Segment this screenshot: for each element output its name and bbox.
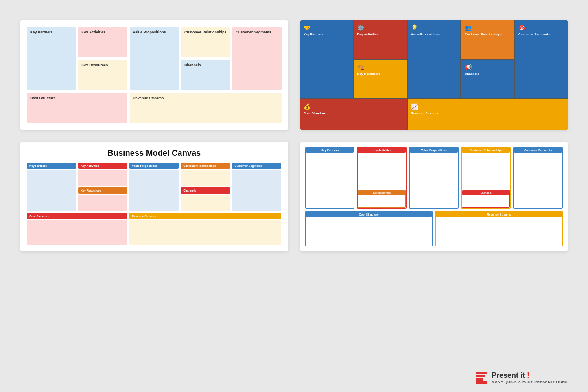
s1-value-props: Value Propositions	[130, 27, 179, 90]
kr-icon: 🏗️	[357, 64, 364, 70]
s2-key-activities: ⚙️ Key Activities	[354, 20, 407, 59]
vp-icon: 💡	[411, 24, 418, 31]
s1-cust-rel: Customer Relationships	[181, 27, 230, 57]
s3-kp: Key Partners	[27, 163, 76, 211]
slide-1: Key Partners Key Activities Value Propos…	[20, 20, 288, 130]
s2-revenue-streams: 📈 Revenue Streams	[408, 99, 568, 130]
s1-channels: Channels	[181, 60, 230, 90]
s4-full: Key Partners Key Activities Key Resource…	[305, 147, 563, 246]
s1-key-activities: Key Activities	[78, 27, 127, 57]
bmc-grid-1: Key Partners Key Activities Value Propos…	[27, 27, 282, 123]
logo-tagline: Make QuICK & eaSY pRESENTATIONS	[492, 380, 568, 384]
s4-vp: Value Propositions	[409, 147, 459, 209]
s2-key-partners: 🤝 Key Partners	[300, 20, 353, 98]
slide-3: Business Model Canvas Key Partners Key A…	[20, 142, 288, 251]
s3-ka: Key Activities Key Resources	[78, 163, 127, 211]
s2-channels: 📢 Channels	[461, 60, 514, 98]
s1-cust-seg: Customer Segments	[232, 27, 281, 90]
s2-cost-structure: 💰 Cost Structure	[300, 99, 407, 130]
s1-key-partners: Key Partners	[27, 27, 76, 90]
s4-cr: Customer Relationships Channels	[461, 147, 511, 209]
s4-row1: Key Partners Key Activities Key Resource…	[305, 147, 563, 209]
slide-3-title: Business Model Canvas	[27, 148, 282, 158]
s4-kp: Key Partners	[305, 147, 355, 209]
s2-value-props: 💡 Value Propositions	[408, 20, 460, 98]
s4-cost: Cost Structure	[305, 211, 433, 246]
s3-vp: Value Propositions	[129, 163, 179, 211]
ch-icon: 📢	[465, 64, 472, 70]
bmc-grid-2: 🤝 Key Partners ⚙️ Key Activities 💡 Value…	[300, 20, 568, 130]
s2-key-resources: 🏗️ Key Resources	[354, 60, 407, 98]
s3-cs: Customer Segments	[232, 163, 281, 211]
logo-area: Present it ! Make QuICK & eaSY pRESENTAT…	[476, 371, 568, 384]
s3-cr: Customer Relationships Channels	[181, 163, 230, 211]
main-grid: Key Partners Key Activities Value Propos…	[0, 0, 588, 292]
s4-revenue: Revenue Streams	[435, 211, 563, 246]
s1-key-resources: Key Resources	[78, 60, 127, 90]
bmc-grid-3: Key Partners Key Activities Key Resource…	[27, 163, 282, 245]
s3-cost: Cost Structure	[27, 213, 127, 245]
s3-revenue: Revenue Streams	[129, 213, 281, 245]
cost-icon: 💰	[304, 103, 310, 110]
slide-4: Key Partners Key Activities Key Resource…	[300, 142, 568, 251]
ka-icon: ⚙️	[357, 24, 364, 31]
cr-icon: 👥	[465, 24, 472, 31]
cs-icon: 🎯	[518, 24, 525, 31]
rev-icon: 📈	[411, 103, 418, 110]
s4-row2: Cost Structure Revenue Streams	[305, 211, 563, 246]
s1-revenue-streams: Revenue Streams	[130, 93, 282, 123]
s1-cost-structure: Cost Structure	[27, 93, 127, 123]
kp-icon: 🤝	[304, 24, 310, 31]
s4-ka: Key Activities Key Resources	[357, 147, 407, 209]
s2-cust-rel: 👥 Customer Relationships	[461, 20, 514, 59]
logo-brand: Present it !	[492, 371, 568, 380]
s2-cust-seg: 🎯 Customer Segments	[515, 20, 568, 98]
logo-icon	[476, 372, 487, 384]
slide-2: 🤝 Key Partners ⚙️ Key Activities 💡 Value…	[300, 20, 568, 130]
s4-cs: Customer Segments	[513, 147, 563, 209]
